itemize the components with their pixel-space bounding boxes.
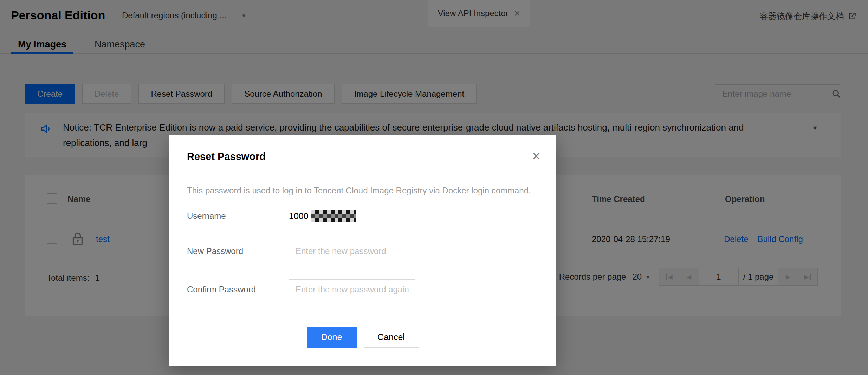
done-button[interactable]: Done [307, 327, 357, 348]
username-row: Username 1000 [187, 209, 538, 223]
username-value: 1000 [289, 210, 356, 222]
modal-description: This password is used to log in to Tence… [187, 186, 538, 196]
new-password-field[interactable] [289, 241, 415, 261]
modal-buttons: Done Cancel [187, 327, 538, 348]
username-label: Username [187, 211, 271, 221]
modal-close-icon[interactable]: × [532, 149, 540, 164]
username-visible-text: 1000 [289, 211, 309, 221]
modal-title: Reset Password [187, 151, 538, 163]
tcr-console-page: Personal Edition Default regions (includ… [0, 0, 868, 375]
cancel-button[interactable]: Cancel [364, 327, 419, 348]
new-password-row: New Password [187, 241, 538, 261]
confirm-password-field[interactable] [289, 279, 415, 299]
reset-password-modal: Reset Password × This password is used t… [169, 135, 556, 366]
username-redacted-mosaic [311, 210, 356, 222]
confirm-password-label: Confirm Password [187, 285, 271, 294]
confirm-password-row: Confirm Password [187, 279, 538, 299]
new-password-label: New Password [187, 246, 271, 256]
